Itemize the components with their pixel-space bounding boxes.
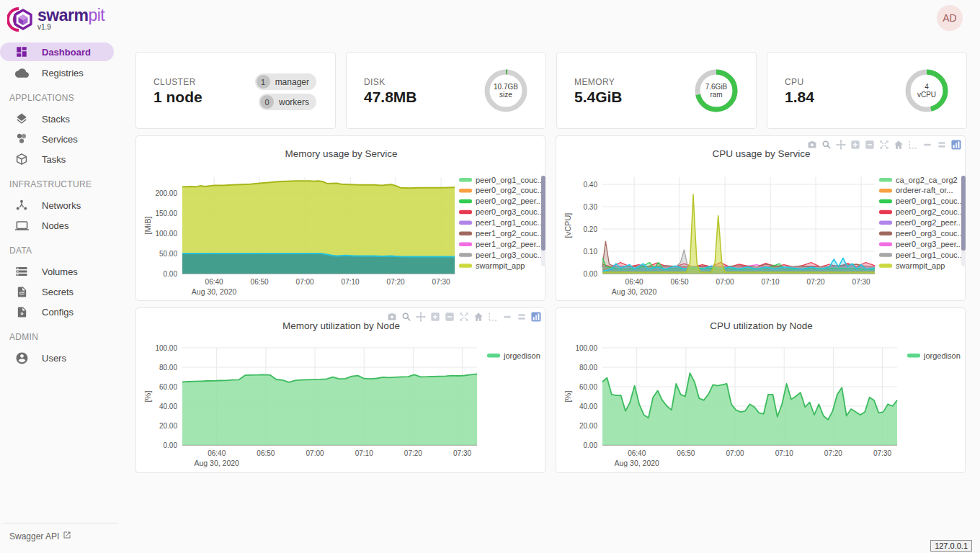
cpu-utilization-by-node-title: CPU utilization by Node: [710, 320, 813, 331]
svg-text:ca_org2_ca_org2: ca_org2_ca_org2: [896, 176, 958, 184]
legend-scrollbar-thumb[interactable]: [961, 176, 966, 251]
sidebar-item-configs[interactable]: Configs: [0, 302, 121, 322]
autoscale-icon[interactable]: [879, 140, 889, 150]
legend-item[interactable]: peer1_org2_couc...: [459, 229, 544, 238]
zoom-out-icon[interactable]: [445, 312, 455, 322]
sidebar-item-stacks[interactable]: Stacks: [0, 109, 121, 129]
swarmpit-dashboard: swarmpit v1.9 DashboardRegistriesAPPLICA…: [0, 0, 980, 553]
sidebar-item-registries[interactable]: Registries: [0, 63, 121, 83]
cpu-utilization-by-node-canvas[interactable]: 0.0020.0040.0060.0080.00100.0006:4006:50…: [556, 308, 966, 473]
sidebar-item-networks[interactable]: Networks: [0, 195, 121, 215]
memory-card-value: 5.4GiB: [574, 89, 623, 106]
hover-closest-icon[interactable]: [502, 312, 512, 322]
cpu-utilization-by-node-y-axis-label: [%]: [564, 391, 572, 403]
svg-text:0.20: 0.20: [584, 225, 598, 233]
legend-item[interactable]: peer0_org2_couc...: [879, 207, 964, 216]
sidebar-item-users[interactable]: Users: [0, 348, 121, 368]
legend-item[interactable]: peer1_org1_couc...: [879, 251, 964, 259]
host-address-badge: 127.0.0.1: [930, 540, 972, 552]
camera-icon[interactable]: [807, 140, 817, 150]
legend-scrollbar-thumb[interactable]: [541, 176, 545, 251]
svg-text:0.10: 0.10: [584, 248, 598, 256]
svg-text:06:50: 06:50: [257, 449, 275, 457]
zoom-icon[interactable]: [401, 312, 411, 322]
pan-icon[interactable]: [416, 312, 426, 322]
cpu-card-label: CPU: [785, 77, 804, 87]
legend-item[interactable]: swarmpit_app: [879, 261, 945, 270]
sidebar-item-secrets[interactable]: Secrets: [0, 282, 121, 302]
svg-text:jorgedison: jorgedison: [923, 351, 961, 360]
legend-item[interactable]: peer0_org3_couc...: [459, 207, 544, 216]
svg-text:peer1_org1_couc...: peer1_org1_couc...: [896, 251, 964, 259]
legend-item[interactable]: swarmpit_app: [459, 261, 525, 270]
cpu-usage-by-service-date-label: Aug 30, 2020: [612, 287, 657, 296]
manager-chip-label: manager: [272, 77, 316, 87]
sidebar-item-volumes[interactable]: Volumes: [0, 261, 121, 282]
legend-item[interactable]: peer1_org1_couc...: [459, 218, 544, 227]
cpu-usage-by-service-canvas[interactable]: 0.000.100.200.300.4006:4006:5007:0007:10…: [556, 136, 966, 301]
svg-text:60.00: 60.00: [159, 383, 177, 391]
plotly-logo-icon[interactable]: [951, 140, 961, 150]
hover-closest-icon[interactable]: [922, 140, 932, 150]
legend-item[interactable]: peer1_org3_couc...: [459, 251, 544, 259]
svg-text:peer1_org2_couc...: peer1_org2_couc...: [476, 229, 544, 238]
svg-text:07:20: 07:20: [387, 278, 405, 286]
svg-text:swarmpit_app: swarmpit_app: [896, 261, 945, 270]
plotly-logo-icon[interactable]: [531, 312, 541, 322]
svg-text:60.00: 60.00: [579, 383, 597, 391]
home-icon[interactable]: [894, 140, 904, 150]
cluster-chips: 1 manager 0 workers: [255, 73, 316, 110]
sidebar-item-tasks[interactable]: Tasks: [0, 149, 121, 169]
memory-usage-by-service-title: Memory usage by Service: [285, 148, 397, 159]
legend-item[interactable]: jorgedison: [487, 351, 540, 360]
svg-text:100.00: 100.00: [155, 230, 177, 238]
app-logo[interactable]: swarmpit v1.9: [7, 6, 104, 37]
sidebar-item-dashboard[interactable]: Dashboard: [0, 42, 114, 61]
legend-item[interactable]: peer0_org2_couc...: [459, 186, 544, 194]
legend-item[interactable]: peer1_org2_peer...: [459, 240, 543, 248]
sidebar-item-services[interactable]: Services: [0, 129, 121, 149]
zoom-in-icon[interactable]: [850, 140, 860, 150]
camera-icon[interactable]: [387, 312, 397, 322]
hover-compare-icon[interactable]: [937, 140, 947, 150]
memory-card-label: MEMORY: [574, 77, 615, 87]
zoom-icon[interactable]: [821, 140, 832, 150]
memory-utilization-by-node-canvas[interactable]: 0.0020.0040.0060.0080.00100.0006:4006:50…: [136, 308, 546, 473]
swagger-api-link[interactable]: Swagger API: [9, 531, 117, 541]
memory-usage-by-service-canvas[interactable]: 0.0050.00100.00150.00200.0006:4006:5007:…: [136, 136, 546, 301]
legend-item[interactable]: peer0_org1_couc...: [879, 197, 964, 205]
svg-text:07:30: 07:30: [432, 278, 450, 286]
legend-item[interactable]: jorgedison: [907, 351, 961, 360]
sidebar-item-label: Secrets: [42, 287, 74, 297]
pan-icon[interactable]: [836, 140, 846, 150]
spikelines-icon[interactable]: [488, 312, 498, 322]
zoom-out-icon[interactable]: [865, 140, 875, 150]
legend-item[interactable]: peer0_org2_peer...: [459, 197, 543, 205]
legend-item[interactable]: peer0_org3_peer...: [879, 240, 963, 248]
svg-text:peer0_org2_couc...: peer0_org2_couc...: [896, 207, 964, 216]
memory-utilization-by-node-panel: 0.0020.0040.0060.0080.00100.0006:4006:50…: [135, 307, 545, 473]
user-avatar[interactable]: AD: [937, 5, 963, 31]
dashboard-icon: [14, 45, 29, 59]
svg-text:06:50: 06:50: [671, 278, 689, 286]
sidebar-item-label: Services: [42, 134, 78, 145]
legend-item[interactable]: peer0_org2_peer...: [879, 218, 963, 227]
sidebar: swarmpit v1.9 DashboardRegistriesAPPLICA…: [0, 0, 121, 553]
svg-text:06:40: 06:40: [205, 278, 223, 286]
svg-text:0.00: 0.00: [164, 270, 178, 278]
legend-item[interactable]: peer0_org3_couc...: [879, 229, 964, 238]
legend-item[interactable]: ca_org2_ca_org2: [879, 176, 958, 184]
memory-utilization-by-node-modebar: [387, 312, 541, 322]
legend-item[interactable]: peer0_org1_couc...: [459, 176, 544, 184]
autoscale-icon[interactable]: [459, 312, 469, 322]
sidebar-item-label: Stacks: [42, 114, 70, 125]
svg-text:06:40: 06:40: [625, 278, 643, 286]
zoom-in-icon[interactable]: [430, 312, 440, 322]
hover-compare-icon[interactable]: [517, 312, 527, 322]
sidebar-item-nodes[interactable]: Nodes: [0, 215, 121, 235]
cpu-usage-by-service-y-axis-label: [vCPU]: [564, 213, 572, 238]
spikelines-icon[interactable]: [908, 140, 918, 150]
legend-item[interactable]: orderer-raft_or...: [879, 186, 953, 194]
cpu-utilization-by-node-panel: 0.0020.0040.0060.0080.00100.0006:4006:50…: [556, 307, 966, 473]
home-icon[interactable]: [473, 312, 484, 322]
